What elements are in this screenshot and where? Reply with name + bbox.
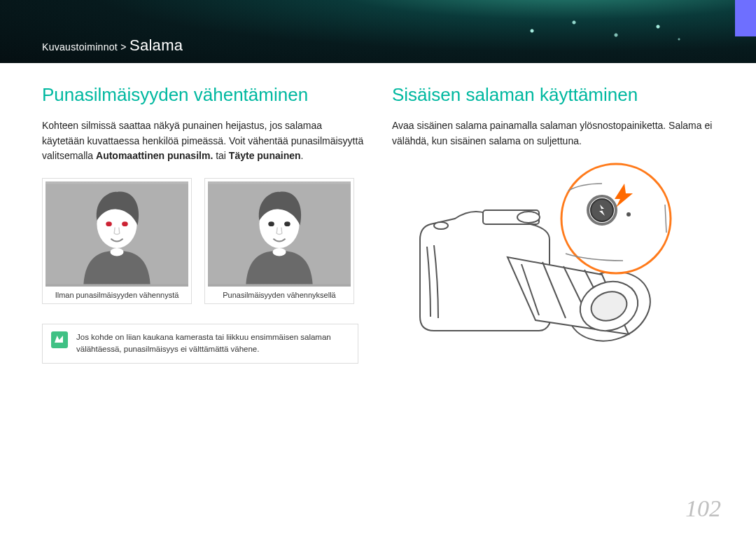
page-number: 102 [685, 495, 721, 522]
content-area: Punasilmäisyyden vähentäminen Kohteen si… [0, 63, 756, 364]
breadcrumb-category: Kuvaustoiminnot [42, 41, 118, 53]
right-paragraph: Avaa sisäinen salama painamalla salaman … [392, 118, 714, 149]
photo-card-with: Punasilmäisyyden vähennyksellä [204, 178, 354, 304]
photo-card-without: Ilman punasilmäisyyden vähennystä [42, 178, 192, 304]
portrait-without-reduction [46, 181, 188, 287]
note-pen-icon [51, 331, 68, 348]
breadcrumb-sep: > [120, 41, 126, 53]
note-text: Jos kohde on liian kaukana kamerasta tai… [76, 331, 349, 356]
note-box: Jos kohde on liian kaukana kamerasta tai… [42, 324, 358, 364]
svg-point-8 [284, 221, 290, 226]
left-paragraph: Kohteen silmissä saattaa näkyä punainen … [42, 118, 364, 164]
svg-point-2 [106, 221, 112, 226]
breadcrumb-current: Salama [130, 36, 183, 54]
svg-point-11 [517, 212, 540, 223]
svg-point-23 [626, 212, 631, 217]
camera-illustration [392, 156, 700, 359]
section-tab [735, 0, 756, 36]
photo-row: Ilman punasilmäisyyden vähennystä [42, 178, 364, 304]
caption-without: Ilman punasilmäisyyden vähennystä [46, 287, 188, 301]
svg-point-9 [272, 248, 286, 256]
header-bar: Kuvaustoiminnot > Salama [0, 0, 756, 63]
right-column: Sisäisen salaman käyttäminen Avaa sisäin… [392, 84, 714, 364]
left-heading: Punasilmäisyyden vähentäminen [42, 84, 364, 106]
right-heading: Sisäisen salaman käyttäminen [392, 84, 714, 106]
caption-with: Punasilmäisyyden vähennyksellä [208, 287, 351, 301]
left-column: Punasilmäisyyden vähentäminen Kohteen si… [42, 84, 364, 364]
svg-point-4 [110, 248, 123, 256]
svg-point-7 [268, 221, 274, 226]
breadcrumb: Kuvaustoiminnot > Salama [42, 36, 183, 55]
svg-point-3 [122, 221, 128, 226]
portrait-with-reduction [208, 181, 351, 287]
svg-point-12 [434, 222, 448, 229]
